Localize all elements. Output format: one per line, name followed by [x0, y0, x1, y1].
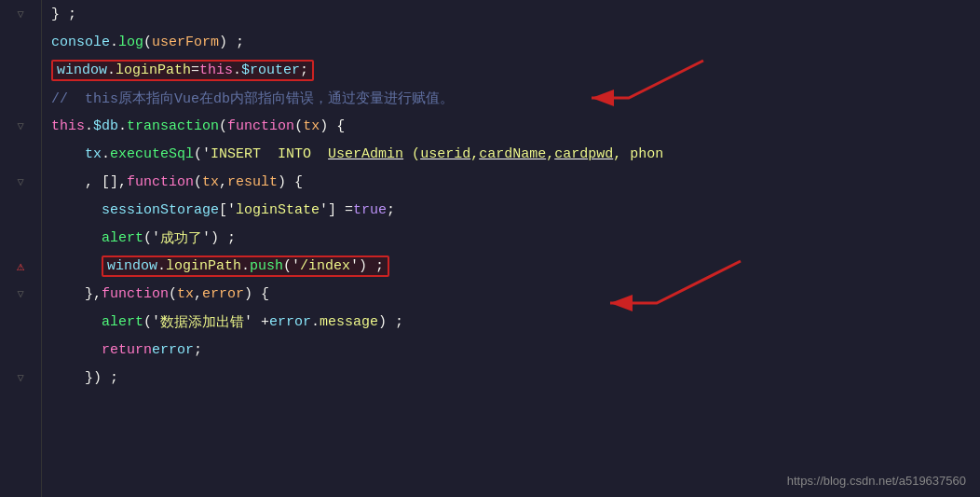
code-11-open: ( — [169, 286, 177, 302]
gutter-row-9 — [0, 224, 41, 252]
error-icon-10: ⚠ — [13, 258, 28, 273]
code-text-2c: userForm — [152, 35, 219, 50]
code-close-2: ) ; — [219, 35, 244, 50]
code-11-function: function — [102, 286, 169, 302]
code-11-comma: , — [194, 286, 202, 302]
code-line-4: // this原本指向Vue在db内部指向错误，通过变量进行赋值。 — [51, 84, 980, 112]
watermark: https://blog.csdn.net/a519637560 — [787, 474, 966, 488]
code-3-this: this — [199, 62, 233, 78]
code-5-dot2: . — [118, 118, 127, 134]
code-12-msg: 数据添加出错 — [160, 313, 244, 331]
code-8-semi: ; — [387, 202, 395, 218]
gutter-row-13 — [0, 336, 41, 364]
code-7-result: result — [227, 174, 278, 190]
gutter-row-12 — [0, 308, 41, 336]
code-7-function: function — [127, 174, 194, 190]
code-6-insert: INSERT INTO — [211, 146, 328, 162]
code-line-12: alert(' 数据添加出错' + error. message) ; — [51, 308, 980, 336]
code-11-brace: ) { — [244, 286, 269, 302]
code-12-plus: ' + — [244, 314, 269, 330]
code-6-comma2: , — [546, 146, 554, 162]
code-6-dot: . — [102, 146, 110, 162]
gutter-row-2 — [0, 28, 41, 56]
code-line-6: tx. executeSql(' INSERT INTO UserAdmin (… — [51, 140, 980, 168]
code-line-14: }) ; — [51, 364, 980, 392]
code-9-alert: alert — [102, 230, 143, 246]
gutter-row-8 — [0, 196, 41, 224]
code-7-comma2: , — [219, 174, 227, 190]
gutter-row-4 — [0, 84, 41, 112]
code-6-userid: userid — [420, 146, 470, 162]
highlight-box-3: window. loginPath = this. $router ; — [51, 60, 314, 81]
code-12-close: ) ; — [378, 314, 403, 330]
code-line-1: } ; — [51, 0, 980, 28]
gutter-row-5: ▽ — [0, 112, 41, 140]
code-10-index: /index — [300, 258, 350, 274]
code-13-error: error — [152, 342, 194, 358]
code-7-comma: , [], — [85, 174, 127, 190]
fold-icon-11: ▽ — [13, 286, 28, 301]
gutter-row-7: ▽ — [0, 168, 41, 196]
code-8-key: loginState — [236, 202, 320, 218]
code-10-dot2: . — [241, 258, 250, 274]
fold-icon-7: ▽ — [13, 174, 28, 189]
code-10-loginpath: loginPath — [166, 258, 241, 274]
code-11-tx: tx — [177, 286, 194, 302]
gutter-row-11: ▽ — [0, 280, 41, 308]
highlight-box-10: window. loginPath. push(' /index') ; — [102, 255, 389, 277]
code-line-10: window. loginPath. push(' /index') ; — [51, 252, 980, 280]
code-editor: ▽ ▽ ▽ ⚠ ▽ ▽ — [0, 0, 980, 497]
code-3-dot2: . — [233, 62, 241, 78]
code-text-2b: log — [118, 35, 143, 50]
code-line-9: alert(' 成功了') ; — [51, 224, 980, 252]
code-7-tx: tx — [202, 174, 219, 190]
code-line-8: sessionStorage[' loginState'] = true ; — [51, 196, 980, 224]
code-7-close: ) { — [278, 174, 303, 190]
gutter-row-14: ▽ — [0, 364, 41, 392]
code-8-ss: sessionStorage — [102, 202, 219, 218]
code-12-error: error — [269, 314, 311, 330]
code-12-open: (' — [143, 314, 160, 330]
code-7-open: ( — [194, 174, 202, 190]
gutter-row-10: ⚠ — [0, 252, 41, 280]
code-5-this: this — [51, 118, 85, 134]
code-6-cardname: cardName — [479, 146, 546, 162]
code-6-comma1: , — [470, 146, 479, 162]
code-6-cardpwd: cardpwd — [554, 146, 613, 162]
code-5-db: $db — [93, 118, 118, 134]
code-line-7: , [], function (tx, result) { — [51, 168, 980, 196]
code-text-4: // this原本指向Vue在db内部指向错误，通过变量进行赋值。 — [51, 90, 454, 107]
fold-icon-1: ▽ — [13, 7, 28, 21]
code-text-2a: console — [51, 35, 110, 50]
code-6-open: (' — [194, 146, 211, 162]
code-11-error: error — [202, 286, 244, 302]
line-gutter: ▽ ▽ ▽ ⚠ ▽ ▽ — [0, 0, 42, 497]
code-10-close: ') ; — [350, 258, 384, 274]
code-13-return: return — [102, 342, 152, 358]
code-paren-2: ( — [143, 35, 152, 50]
code-8-bracket: [' — [219, 202, 236, 218]
gutter-row-6 — [0, 140, 41, 168]
code-14-close: }) ; — [85, 370, 118, 386]
code-12-dot: . — [311, 314, 320, 330]
code-5-close: ) { — [320, 118, 345, 134]
gutter-row-1: ▽ — [0, 0, 41, 28]
code-9-msg: 成功了 — [160, 229, 202, 247]
gutter-row-3 — [0, 56, 41, 84]
code-6-paren: ( — [403, 146, 420, 162]
code-line-5: this. $db. transaction(function (tx) { — [51, 112, 980, 140]
fold-icon-14: ▽ — [13, 370, 28, 385]
code-9-open: (' — [143, 230, 160, 246]
code-6-table: UserAdmin — [328, 146, 403, 162]
code-10-open: (' — [283, 258, 300, 274]
code-5-transaction: transaction — [127, 118, 219, 134]
code-12-alert: alert — [102, 314, 143, 330]
code-6-tx: tx — [85, 146, 102, 162]
code-line-3: window. loginPath = this. $router ; — [51, 56, 980, 84]
code-5-dot1: . — [85, 118, 93, 134]
code-5-open: ( — [219, 118, 227, 134]
code-13-semi: ; — [194, 342, 202, 358]
code-line-2: console. log(userForm) ; — [51, 28, 980, 56]
code-line-13: return error ; — [51, 336, 980, 364]
code-3-eq: = — [191, 62, 199, 78]
